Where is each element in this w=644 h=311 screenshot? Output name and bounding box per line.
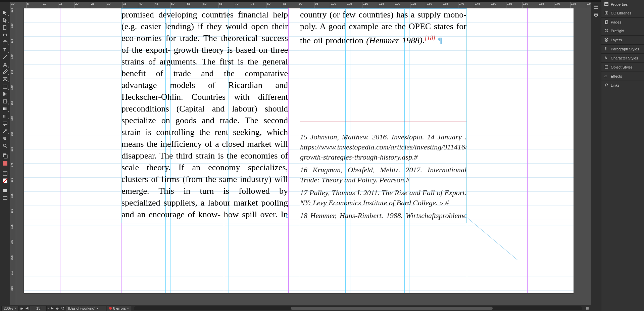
footnote-15[interactable]: 15 Johnston, Matthew. 2016. Investopia. … bbox=[300, 132, 466, 162]
ruler-tick: 60 bbox=[202, 2, 218, 8]
body-text-frame-left[interactable]: promised developing countries financial … bbox=[121, 8, 288, 223]
panel-layers[interactable]: Layers bbox=[601, 36, 644, 44]
footnote-18[interactable]: 18 Hemmer, Hans-Rimbert. 1988. Wirtschaf… bbox=[300, 211, 466, 223]
view-options-icon[interactable] bbox=[592, 3, 600, 10]
scroll-thumb[interactable] bbox=[291, 307, 493, 310]
formatting-affects-container[interactable]: T bbox=[1, 170, 9, 177]
ruler-tick: 170 bbox=[554, 2, 570, 8]
svg-rect-8 bbox=[3, 107, 7, 110]
panel-cc-libraries[interactable]: CC Libraries bbox=[601, 9, 644, 17]
page-spread[interactable]: promised developing countries financial … bbox=[23, 8, 574, 294]
ruler-tick: 115 bbox=[378, 2, 394, 8]
body-text-right[interactable]: country (or few countries) has a supply … bbox=[300, 9, 466, 46]
preflight-icon bbox=[604, 28, 609, 34]
ruler-tick: 160 bbox=[10, 116, 13, 121]
color-fg-swatch[interactable] bbox=[1, 160, 9, 167]
guide bbox=[24, 155, 574, 155]
page-field[interactable]: 13 bbox=[30, 306, 47, 311]
chevron-down-icon: ▾ bbox=[97, 307, 98, 310]
zoom-tool[interactable] bbox=[1, 142, 9, 149]
apply-none-swatch[interactable] bbox=[1, 177, 9, 184]
free-transform-tool[interactable] bbox=[1, 98, 9, 105]
panel-preflight[interactable]: Preflight bbox=[601, 27, 644, 35]
preflight-errors[interactable]: 8 errors ▾ bbox=[107, 306, 131, 311]
line-tool[interactable] bbox=[1, 54, 9, 60]
panel-properties[interactable]: Properties bbox=[601, 0, 644, 9]
ruler-tick: 135 bbox=[442, 2, 458, 8]
view-quality-toggle[interactable] bbox=[1, 195, 9, 202]
preflight-profile-name: [Basic] (working) bbox=[68, 306, 95, 310]
scissors-tool[interactable] bbox=[1, 91, 9, 97]
page-tool[interactable] bbox=[1, 24, 9, 31]
panel-dock: PropertiesCC LibrariesPagesPreflightLaye… bbox=[601, 0, 644, 311]
svg-rect-9 bbox=[3, 115, 7, 118]
pencil-tool[interactable] bbox=[1, 69, 9, 75]
panel-label: Layers bbox=[611, 38, 622, 42]
zoom-field[interactable]: 200% ▾ bbox=[1, 306, 18, 311]
panel-label: Effects bbox=[611, 74, 622, 78]
panel-paragraph-styles[interactable]: ¶Paragraph Styles bbox=[601, 45, 644, 53]
svg-rect-10 bbox=[3, 122, 7, 125]
footnote-16[interactable]: 16 Krugman, Obstfeld, Melitz. 2017. Inte… bbox=[300, 165, 466, 185]
last-page-button[interactable]: ⏭ bbox=[55, 306, 60, 311]
ruler-tick: 25 bbox=[90, 2, 106, 8]
ruler-tick: 125 bbox=[10, 8, 13, 12]
vertical-ruler[interactable]: 1251301351401451501551601651701751801851… bbox=[10, 8, 16, 305]
screen-mode-icon[interactable] bbox=[592, 11, 600, 18]
chevron-down-icon[interactable]: ▾ bbox=[47, 307, 49, 310]
pen-tool[interactable] bbox=[1, 61, 9, 68]
panel-label: Pages bbox=[611, 20, 621, 24]
body-text-frame-right[interactable]: country (or few countries) has a supply … bbox=[300, 8, 467, 223]
first-page-button[interactable]: ⏮ bbox=[19, 306, 24, 311]
ruler-tick: 210 bbox=[10, 271, 13, 275]
fill-stroke-swatch[interactable] bbox=[1, 152, 9, 159]
rectangle-tool[interactable] bbox=[1, 83, 9, 90]
body-text-left[interactable]: promised developing countries financial … bbox=[121, 9, 288, 223]
margin-bottom-guide bbox=[24, 225, 574, 225]
svg-text:T: T bbox=[4, 172, 6, 175]
document-canvas[interactable]: 1251301351401451501551601651701751801851… bbox=[10, 8, 591, 305]
panel-object-styles[interactable]: Object Styles bbox=[601, 63, 644, 72]
chevron-down-icon: ▾ bbox=[127, 307, 129, 310]
ruler-tick: 120 bbox=[394, 2, 410, 8]
horizontal-scrollbar[interactable] bbox=[134, 306, 582, 310]
error-count: 8 errors bbox=[113, 306, 126, 310]
footnote-17[interactable]: 17 Palley, Thomas I. 2011. The Rise and … bbox=[300, 188, 466, 208]
svg-rect-13 bbox=[4, 155, 7, 158]
object-styles-icon bbox=[604, 64, 609, 70]
horizontal-ruler[interactable]: 3051015202530354045505560657075808590951… bbox=[10, 2, 634, 8]
panel-links[interactable]: Links bbox=[601, 81, 644, 90]
content-collector-tool[interactable] bbox=[1, 39, 9, 46]
screen-mode-toggle[interactable] bbox=[1, 187, 9, 194]
view-grid-icon[interactable]: ▦ bbox=[585, 306, 590, 311]
preflight-profile-select[interactable]: [Basic] (working) ▾ bbox=[66, 306, 106, 311]
note-tool[interactable] bbox=[1, 120, 9, 127]
selection-tool[interactable] bbox=[1, 9, 9, 16]
panel-effects[interactable]: fxEffects bbox=[601, 72, 644, 81]
rectangle-frame-tool[interactable] bbox=[1, 76, 9, 83]
open-navigator-icon[interactable]: ◔ bbox=[60, 306, 65, 311]
ruler-tick: 40 bbox=[138, 2, 154, 8]
eyedropper-tool[interactable] bbox=[1, 128, 9, 134]
ruler-tick: 180 bbox=[10, 178, 13, 182]
ruler-tick: 150 bbox=[490, 2, 506, 8]
ruler-tick: 80 bbox=[266, 2, 282, 8]
svg-text:A: A bbox=[605, 56, 607, 60]
gradient-swatch-tool[interactable] bbox=[1, 105, 9, 112]
direct-selection-tool[interactable] bbox=[1, 17, 9, 24]
ruler-tick: 30 bbox=[106, 2, 122, 8]
ruler-tick: 215 bbox=[10, 286, 13, 291]
gradient-feather-tool[interactable] bbox=[1, 113, 9, 120]
ruler-tick: 100 bbox=[330, 2, 346, 8]
ruler-tick: 190 bbox=[10, 209, 13, 213]
gap-tool[interactable] bbox=[1, 32, 9, 38]
paragraph-styles-icon: ¶ bbox=[604, 46, 609, 52]
prev-page-button[interactable]: ◀ bbox=[24, 306, 29, 311]
next-page-button[interactable]: ▶ bbox=[50, 306, 54, 311]
ruler-tick: 155 bbox=[10, 101, 13, 105]
panel-character-styles[interactable]: ACharacter Styles bbox=[601, 54, 644, 62]
ruler-tick: 130 bbox=[426, 2, 442, 8]
type-tool[interactable]: T bbox=[1, 46, 9, 53]
hand-tool[interactable] bbox=[1, 135, 9, 142]
panel-pages[interactable]: Pages bbox=[601, 18, 644, 27]
